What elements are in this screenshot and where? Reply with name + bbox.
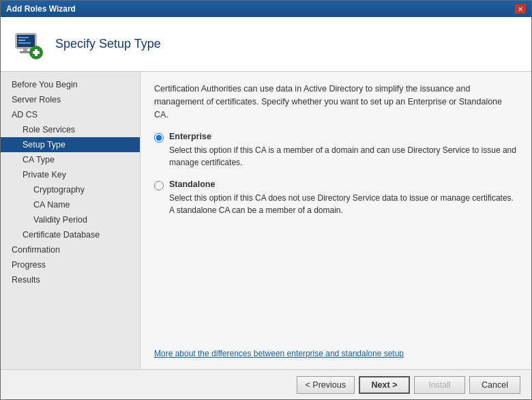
content-area: Certification Authorities can use data i… [141, 72, 531, 369]
install-button[interactable]: Install [414, 376, 465, 394]
more-info-link[interactable]: More about the differences between enter… [154, 349, 404, 358]
enterprise-option: Enterprise Select this option if this CA… [154, 132, 518, 169]
sidebar-item-results[interactable]: Results [1, 272, 140, 287]
sidebar-item-certificate-database[interactable]: Certificate Database [1, 227, 140, 242]
svg-rect-3 [18, 40, 25, 41]
option-group: Enterprise Select this option if this CA… [154, 132, 518, 343]
sidebar-item-private-key[interactable]: Private Key [1, 167, 140, 182]
sidebar-item-confirmation[interactable]: Confirmation [1, 242, 140, 257]
svg-rect-9 [35, 49, 38, 56]
standalone-content: Standalone Select this option if this CA… [169, 180, 518, 216]
standalone-radio[interactable] [154, 181, 164, 190]
link-area: More about the differences between enter… [154, 343, 518, 358]
next-button[interactable]: Next > [359, 376, 410, 394]
sidebar: Before You BeginServer RolesAD CSRole Se… [1, 72, 141, 369]
close-button[interactable]: ✕ [515, 4, 526, 14]
svg-rect-6 [20, 51, 31, 53]
svg-rect-5 [23, 48, 27, 51]
content-description: Certification Authorities can use data i… [154, 83, 518, 121]
header-area: Specify Setup Type [1, 17, 531, 72]
page-title: Specify Setup Type [55, 37, 161, 51]
wizard-window: Add Roles Wizard ✕ Specify Setup [0, 0, 532, 400]
window-title: Add Roles Wizard [6, 4, 76, 14]
svg-rect-2 [18, 37, 29, 38]
wizard-icon [12, 28, 44, 61]
sidebar-item-cryptography[interactable]: Cryptography [1, 182, 140, 197]
standalone-description: Select this option if this CA does not u… [169, 192, 518, 216]
previous-button[interactable]: < Previous [297, 376, 355, 394]
main-content: Before You BeginServer RolesAD CSRole Se… [1, 72, 531, 369]
sidebar-item-ca-type[interactable]: CA Type [1, 152, 140, 167]
sidebar-item-server-roles[interactable]: Server Roles [1, 92, 140, 107]
enterprise-label[interactable]: Enterprise [169, 132, 518, 141]
enterprise-description: Select this option if this CA is a membe… [169, 144, 518, 169]
sidebar-item-role-services[interactable]: Role Services [1, 122, 140, 137]
cancel-button[interactable]: Cancel [469, 376, 520, 394]
sidebar-item-setup-type[interactable]: Setup Type [1, 137, 140, 152]
enterprise-content: Enterprise Select this option if this CA… [169, 132, 518, 169]
sidebar-item-validity-period[interactable]: Validity Period [1, 212, 140, 227]
sidebar-item-progress[interactable]: Progress [1, 257, 140, 272]
standalone-option: Standalone Select this option if this CA… [154, 180, 518, 216]
enterprise-radio[interactable] [154, 133, 164, 143]
svg-rect-4 [18, 42, 31, 44]
sidebar-item-ad-cs[interactable]: AD CS [1, 107, 140, 122]
footer: < Previous Next > Install Cancel [1, 369, 531, 399]
standalone-label[interactable]: Standalone [169, 180, 518, 189]
sidebar-item-ca-name[interactable]: CA Name [1, 197, 140, 212]
title-bar: Add Roles Wizard ✕ [1, 1, 531, 17]
sidebar-item-before-you-begin[interactable]: Before You Begin [1, 77, 140, 92]
